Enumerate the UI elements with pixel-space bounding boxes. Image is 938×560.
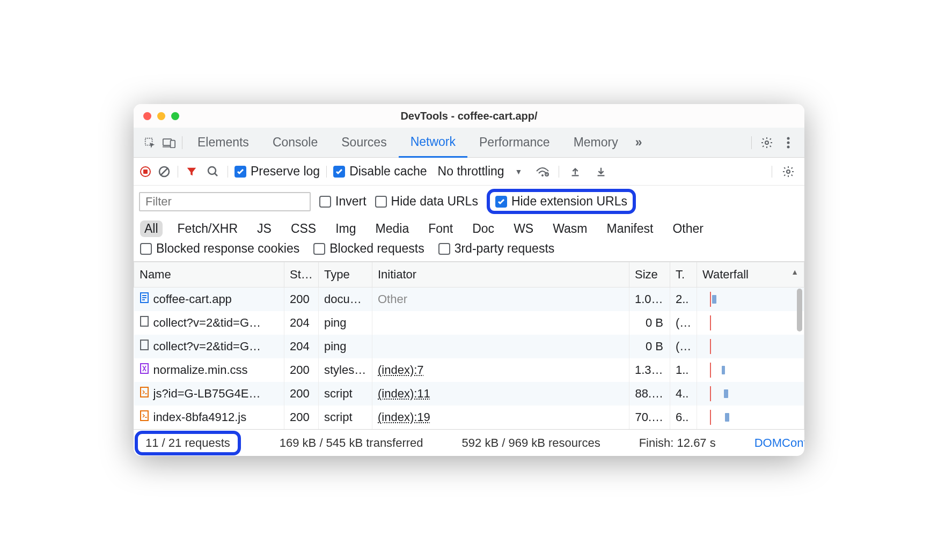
invert-checkbox[interactable]: Invert: [319, 194, 367, 209]
more-menu-icon[interactable]: [779, 133, 798, 152]
third-party-checkbox[interactable]: 3rd-party requests: [438, 241, 555, 256]
header-waterfall[interactable]: Waterfall▲: [697, 262, 804, 288]
tab-elements[interactable]: Elements: [186, 128, 261, 158]
table-row[interactable]: collect?v=2&tid=G… 204 ping 0 B (…: [134, 335, 804, 358]
checkbox-icon: [375, 196, 387, 208]
initiator-link[interactable]: (index):11: [378, 387, 430, 400]
download-har-icon[interactable]: [591, 162, 611, 181]
waterfall-cell: [697, 382, 804, 406]
tab-network[interactable]: Network: [399, 128, 467, 158]
requests-table: Name St… Type Initiator Size T. Waterfal…: [134, 262, 804, 429]
initiator-link[interactable]: (index):19: [378, 410, 430, 424]
divider: [559, 166, 559, 178]
filter-funnel-icon[interactable]: [185, 162, 199, 181]
blocked-requests-checkbox[interactable]: Blocked requests: [313, 241, 424, 256]
finish-time: Finish: 12.67 s: [639, 436, 716, 450]
tab-sources[interactable]: Sources: [329, 128, 398, 158]
titlebar: DevTools - coffee-cart.app/: [134, 104, 804, 128]
record-button[interactable]: [140, 166, 151, 177]
header-initiator[interactable]: Initiator: [372, 262, 629, 288]
request-name: collect?v=2&tid=G…: [153, 316, 261, 330]
close-window-button[interactable]: [143, 112, 151, 120]
time-cell: 4..: [670, 382, 697, 406]
settings-gear-icon[interactable]: [757, 133, 776, 152]
type-wasm[interactable]: Wasm: [548, 220, 591, 237]
throttling-select[interactable]: No throttling ▼: [434, 163, 527, 180]
type-cell: script: [319, 406, 372, 429]
preserve-log-checkbox[interactable]: Preserve log: [234, 164, 320, 179]
blocked-cookies-label: Blocked response cookies: [156, 241, 299, 256]
preserve-log-label: Preserve log: [251, 164, 320, 179]
scrollbar[interactable]: [797, 289, 802, 331]
type-fetch-xhr[interactable]: Fetch/XHR: [173, 220, 242, 237]
resources-size: 592 kB / 969 kB resources: [462, 436, 600, 450]
svg-point-7: [787, 145, 790, 148]
type-js[interactable]: JS: [253, 220, 276, 237]
type-cell: styles…: [319, 358, 372, 382]
svg-rect-3: [171, 140, 175, 148]
type-ws[interactable]: WS: [509, 220, 538, 237]
hide-extension-urls-label: Hide extension URLs: [511, 194, 627, 209]
disable-cache-checkbox[interactable]: Disable cache: [333, 164, 427, 179]
table-row[interactable]: normalize.min.css 200 styles… (index):7 …: [134, 358, 804, 382]
filter-input[interactable]: [139, 192, 311, 211]
transferred-size: 169 kB / 545 kB transferred: [280, 436, 423, 450]
device-toggle-icon[interactable]: [159, 133, 179, 152]
hide-extension-urls-checkbox[interactable]: Hide extension URLs: [495, 194, 627, 209]
request-name: normalize.min.css: [153, 363, 248, 377]
request-name: coffee-cart.app: [153, 292, 232, 306]
tabs-more[interactable]: »: [630, 128, 648, 158]
type-font[interactable]: Font: [424, 220, 457, 237]
network-settings-gear-icon[interactable]: [779, 162, 798, 181]
inspect-icon[interactable]: [140, 133, 159, 152]
type-media[interactable]: Media: [371, 220, 414, 237]
table-row[interactable]: coffee-cart.app 200 docu… Other 1.0 … 2.…: [134, 288, 804, 312]
search-icon[interactable]: [205, 162, 221, 181]
requests-table-container: Name St… Type Initiator Size T. Waterfal…: [134, 262, 804, 429]
initiator-cell: Other: [372, 288, 629, 312]
zoom-window-button[interactable]: [171, 112, 179, 120]
type-css[interactable]: CSS: [287, 220, 320, 237]
initiator-cell: (index):7: [372, 358, 629, 382]
tab-console[interactable]: Console: [261, 128, 329, 158]
time-cell: (…: [670, 311, 697, 335]
blocked-cookies-checkbox[interactable]: Blocked response cookies: [140, 241, 299, 256]
tab-memory[interactable]: Memory: [562, 128, 630, 158]
waterfall-cell: [697, 335, 804, 358]
status-cell: 204: [284, 335, 319, 358]
type-cell: ping: [319, 335, 372, 358]
domcontentloaded-link[interactable]: DOMConten: [754, 436, 804, 450]
header-time[interactable]: T.: [670, 262, 697, 288]
size-cell: 0 B: [629, 335, 670, 358]
initiator-link[interactable]: (index):7: [378, 363, 424, 377]
type-img[interactable]: Img: [331, 220, 360, 237]
invert-label: Invert: [335, 194, 367, 209]
header-name[interactable]: Name: [134, 262, 284, 288]
table-row[interactable]: index-8bfa4912.js 200 script (index):19 …: [134, 406, 804, 429]
header-size[interactable]: Size: [629, 262, 670, 288]
table-row[interactable]: collect?v=2&tid=G… 204 ping 0 B (…: [134, 311, 804, 335]
type-other[interactable]: Other: [668, 220, 708, 237]
network-conditions-icon[interactable]: [533, 162, 552, 181]
size-cell: 88.…: [629, 382, 670, 406]
devtools-window: DevTools - coffee-cart.app/ Elements Con…: [134, 104, 804, 456]
type-manifest[interactable]: Manifest: [603, 220, 658, 237]
minimize-window-button[interactable]: [157, 112, 165, 120]
divider: [772, 166, 772, 178]
type-all[interactable]: All: [140, 220, 163, 237]
type-doc[interactable]: Doc: [468, 220, 499, 237]
clear-icon[interactable]: [157, 162, 171, 181]
status-cell: 200: [284, 382, 319, 406]
divider: [326, 166, 327, 178]
header-type[interactable]: Type: [319, 262, 372, 288]
table-row[interactable]: js?id=G-LB75G4E… 200 script (index):11 8…: [134, 382, 804, 406]
initiator-cell: [372, 335, 629, 358]
waterfall-cell: [697, 288, 804, 312]
upload-har-icon[interactable]: [566, 162, 585, 181]
tab-performance[interactable]: Performance: [467, 128, 562, 158]
hide-data-urls-checkbox[interactable]: Hide data URLs: [375, 194, 478, 209]
header-status[interactable]: St…: [284, 262, 319, 288]
svg-point-10: [208, 167, 216, 174]
window-title: DevTools - coffee-cart.app/: [134, 110, 804, 122]
status-cell: 204: [284, 311, 319, 335]
